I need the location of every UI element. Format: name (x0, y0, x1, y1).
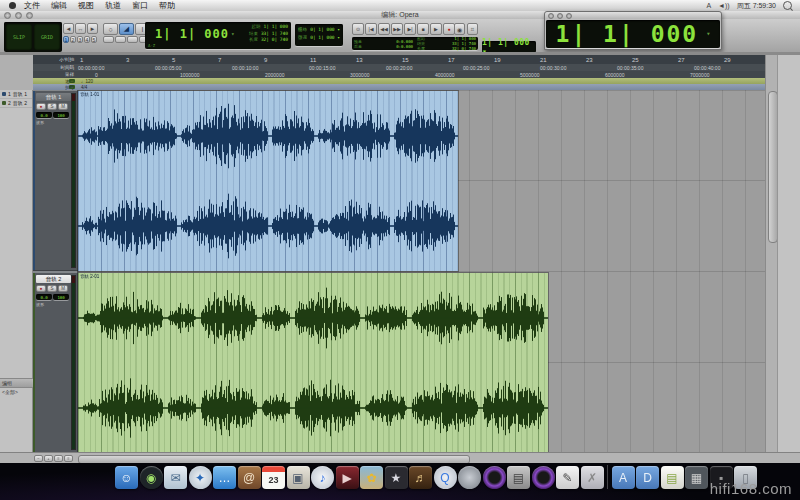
track-view-selector[interactable]: 波形 (36, 302, 44, 307)
record-enable-button[interactable]: ● (36, 285, 46, 292)
grid-nudge-row[interactable]: 微调0| 1| 000 ▾ (298, 34, 340, 42)
audio-clip-1[interactable]: 音轨 1-01 (78, 91, 458, 271)
documents-folder-icon[interactable]: D (636, 466, 659, 489)
solo-button[interactable]: S (47, 103, 57, 110)
spotlight-icon[interactable] (783, 1, 792, 10)
close-icon[interactable] (548, 13, 554, 19)
track-view-selector[interactable]: 波形 (36, 120, 44, 125)
transport-selection[interactable]: 起始1| 1| 000结束33| 1| 740长度32| 0| 740 (417, 38, 476, 49)
online-button[interactable]: ⊙ (352, 23, 364, 35)
h-zoom-out-button[interactable]: − (34, 455, 43, 462)
zoom-preset-1[interactable]: 1 (63, 36, 69, 43)
volume-icon[interactable]: ◄)) (718, 2, 730, 9)
dashboard-icon[interactable]: ◉ (140, 466, 163, 489)
x-app-icon[interactable]: ✗ (581, 466, 604, 489)
pro-tools-icon[interactable] (483, 466, 506, 489)
front-row-icon[interactable]: ▶ (336, 466, 359, 489)
zoom-preset-5[interactable]: 5 (91, 36, 97, 43)
grid-nudge-row[interactable]: 栅格0| 1| 000 ▾ (298, 26, 340, 34)
zoom-in-button[interactable]: ► (87, 23, 98, 34)
mail-icon[interactable]: ✉ (164, 466, 187, 489)
groups-header[interactable]: 编组 (0, 378, 33, 388)
iphoto-icon[interactable]: ✿ (360, 466, 383, 489)
pro-tools-2-icon[interactable] (532, 466, 555, 489)
applications-folder-icon[interactable]: A (612, 466, 635, 489)
apple-menu-icon[interactable] (9, 2, 16, 9)
v-zoom-button2[interactable]: ≡ (64, 455, 73, 462)
transport-option-button-2[interactable]: ⌗ (467, 23, 478, 35)
vertical-scrollbar[interactable] (765, 55, 777, 452)
big-counter-display: 1| 1| 000 ▾ (546, 20, 720, 48)
track-header-2[interactable]: 音轨 2●SM0.0100波形 (33, 273, 78, 453)
mute-button[interactable]: M (58, 103, 68, 110)
edit-area[interactable]: 音轨 1-01音轨 2-01 (78, 90, 765, 452)
address-book-icon[interactable]: @ (238, 466, 261, 489)
stop-button[interactable]: ■ (417, 23, 429, 35)
chevron-down-icon[interactable]: ▾ (231, 22, 235, 49)
tracks-list-item[interactable]: 2音轨 2 (0, 99, 32, 108)
return-to-zero-button[interactable]: |◀ (365, 23, 377, 35)
trim-tool-button[interactable]: ◢ (119, 23, 134, 35)
star-app-icon[interactable]: ★ (385, 466, 408, 489)
zoom-preset-2[interactable]: 2 (70, 36, 76, 43)
fast-forward-button[interactable]: ▶▶ (391, 23, 403, 35)
transport-selection-row[interactable]: 长度32| 0| 740 (417, 46, 476, 51)
selector-tool-link-button[interactable] (127, 36, 138, 43)
garageband-icon[interactable]: ♬ (409, 466, 432, 489)
minimize-icon[interactable] (557, 13, 563, 19)
edit-mode-slip[interactable]: SLIP (6, 24, 32, 50)
go-to-end-button[interactable]: ▶| (404, 23, 416, 35)
finder-icon[interactable]: ☺ (115, 466, 138, 489)
solo-button[interactable]: S (47, 285, 57, 292)
photo-booth-icon[interactable]: ▣ (287, 466, 310, 489)
audio-clip-2[interactable]: 音轨 2-01 (78, 273, 548, 453)
chevron-down-icon[interactable]: ▾ (706, 30, 710, 38)
document-icon[interactable]: ▤ (661, 466, 684, 489)
utility-icon[interactable]: ▦ (685, 466, 708, 489)
track-name[interactable]: 音轨 1 (36, 93, 71, 101)
pre-post-roll[interactable]: 预卷0:0.000后卷0:0.000 (354, 38, 413, 49)
h-zoom-in-button[interactable]: + (44, 455, 53, 462)
zoom-preset-3[interactable]: 3 (77, 36, 83, 43)
zoomer-tool-button[interactable]: ○ (103, 23, 118, 35)
textedit-icon[interactable]: ✎ (556, 466, 579, 489)
zoom-out-button[interactable]: ◄ (63, 23, 74, 34)
horizontal-scrollbar[interactable]: − + ≡ ≡ (0, 452, 800, 463)
input-menu-icon[interactable]: A (706, 2, 711, 9)
big-counter-window[interactable]: 1| 1| 000 ▾ (544, 11, 722, 50)
main-counter-panel[interactable]: 1| 1| 000 ▾ 起始1| 1| 000结束33| 1| 740长度32|… (145, 22, 291, 49)
mute-button[interactable]: M (58, 285, 68, 292)
tracks-list-item[interactable]: 1音轨 1 (0, 90, 32, 99)
group-item[interactable]: <全部> (0, 388, 33, 396)
safari-icon[interactable]: ✦ (189, 466, 212, 489)
menu-clock[interactable]: 周五 7:59:30 (737, 1, 776, 11)
volume-display[interactable]: 0.0 (36, 294, 52, 300)
zoom-tool-button[interactable]: ↔ (75, 23, 86, 34)
gray-box-icon[interactable]: ▤ (507, 466, 530, 489)
meter-marker[interactable]: 4/4 (81, 85, 87, 90)
main-counter-value[interactable]: 1| 1| 000 (145, 22, 231, 49)
transport-option-button-1[interactable]: ◉ (454, 23, 465, 35)
pan-display[interactable]: 100 (53, 294, 69, 300)
tempo-marker[interactable]: ♩120 (81, 79, 93, 84)
zoom-window-icon[interactable] (566, 13, 572, 19)
edit-mode-grid[interactable]: GRID (34, 24, 60, 50)
track-header-1[interactable]: 音轨 1●SM0.0100波形 (33, 91, 78, 271)
pan-display[interactable]: 100 (53, 112, 69, 118)
volume-display[interactable]: 0.0 (36, 112, 52, 118)
gray-sphere-icon[interactable] (458, 466, 481, 489)
quicktime-icon[interactable]: Q (434, 466, 457, 489)
zoom-preset-4[interactable]: 4 (84, 36, 90, 43)
play-button[interactable]: ▶ (430, 23, 442, 35)
v-zoom-button[interactable]: ≡ (54, 455, 63, 462)
trim-tool-link-button[interactable] (115, 36, 126, 43)
rewind-button[interactable]: ◀◀ (378, 23, 390, 35)
zoomer-tool-link-button[interactable] (103, 36, 114, 43)
ichat-icon[interactable]: … (213, 466, 236, 489)
roll-row[interactable]: 后卷0:0.000 (354, 44, 413, 49)
vertical-scroll-thumb[interactable] (768, 91, 778, 243)
itunes-icon[interactable]: ♪ (311, 466, 334, 489)
track-name[interactable]: 音轨 2 (36, 275, 71, 283)
ical-icon[interactable]: 23 (262, 466, 285, 489)
record-enable-button[interactable]: ● (36, 103, 46, 110)
